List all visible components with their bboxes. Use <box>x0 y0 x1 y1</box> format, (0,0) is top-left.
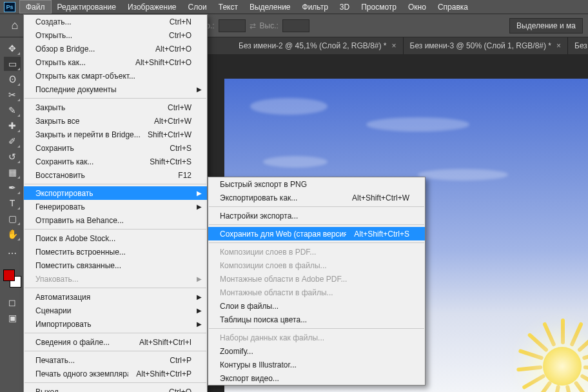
menu-item-label: Экспорт видео... <box>220 374 409 383</box>
menu-item[interactable]: ЗакрытьCtrl+W <box>24 101 207 114</box>
submenu-arrow-icon: ▶ <box>197 307 202 314</box>
crop-tool[interactable]: ✂ <box>4 88 21 102</box>
menubar-item-5[interactable]: Выделение <box>244 0 297 14</box>
menu-item-shortcut: Ctrl+Q <box>161 387 191 393</box>
home-icon[interactable]: ⌂ <box>5 16 24 35</box>
menu-item[interactable]: Поиск в Adobe Stock... <box>24 231 207 245</box>
close-icon[interactable]: × <box>556 41 561 50</box>
menubar-item-6[interactable]: Фильтр <box>297 0 334 14</box>
menubar-item-0[interactable]: Файл <box>19 0 52 14</box>
doc-tab-2[interactable]: Без им× <box>568 37 588 54</box>
menu-item[interactable]: Генерировать▶ <box>24 200 207 213</box>
menu-item[interactable]: Быстрый экспорт в PNG <box>208 177 425 191</box>
menu-item[interactable]: Сценарии▶ <box>24 304 207 317</box>
menubar-item-7[interactable]: 3D <box>334 0 355 14</box>
menu-item-label: Поиск в Adobe Stock... <box>35 234 191 243</box>
height-input[interactable] <box>282 19 309 32</box>
menu-item-label: Открыть... <box>35 31 161 40</box>
separator <box>24 98 206 99</box>
brush-tool[interactable]: ✐ <box>4 134 21 148</box>
menu-item[interactable]: Закрыть всеAlt+Ctrl+W <box>24 114 207 128</box>
separator <box>24 382 206 383</box>
type-tool[interactable]: T <box>4 196 21 210</box>
menu-item-label: Zoomify... <box>220 347 409 356</box>
menu-item[interactable]: Отправить на Behance... <box>24 213 207 227</box>
menu-item[interactable]: Экспортировать как...Alt+Shift+Ctrl+W <box>208 191 425 204</box>
submenu-arrow-icon: ▶ <box>197 203 202 210</box>
menu-item-shortcut: Alt+Shift+Ctrl+P <box>128 369 191 378</box>
history-brush-tool[interactable]: ↺ <box>4 150 21 164</box>
submenu-arrow-icon: ▶ <box>197 86 202 93</box>
menu-item[interactable]: Закрыть и перейти в Bridge...Shift+Ctrl+… <box>24 128 207 141</box>
menu-item[interactable]: Контуры в Illustrator... <box>208 358 425 371</box>
menu-item: Монтажные области в файлы... <box>208 286 425 299</box>
menu-item-label: Отправить на Behance... <box>35 216 191 225</box>
menu-item[interactable]: Экспортировать▶ <box>24 186 207 200</box>
menu-item-label: Печать одного экземпляра <box>35 369 128 378</box>
select-and-mask-button[interactable]: Выделение и ма <box>509 18 583 34</box>
doc-tab-label: Без имени-2 @ 45,1% (Слой 2, RGB/8#) * <box>239 41 387 50</box>
menu-item-label: Контуры в Illustrator... <box>220 360 409 369</box>
screen-mode-toggle[interactable]: ▣ <box>4 311 21 325</box>
more-tools[interactable]: ⋯ <box>4 246 21 260</box>
gradient-tool[interactable]: ▦ <box>4 165 21 179</box>
menu-item[interactable]: Создать...Ctrl+N <box>24 15 207 28</box>
pen-tool[interactable]: ✒ <box>4 181 21 195</box>
menu-item[interactable]: Открыть...Ctrl+O <box>24 28 207 42</box>
menubar-item-8[interactable]: Просмотр <box>355 0 402 14</box>
menu-item[interactable]: Сохранить для Web (старая версия)...Alt+… <box>208 227 425 240</box>
menubar-item-9[interactable]: Окно <box>402 0 432 14</box>
menu-item-shortcut: Alt+Shift+Ctrl+O <box>128 58 191 67</box>
menu-item-label: Выход <box>35 387 161 393</box>
menu-item[interactable]: Последние документы▶ <box>24 83 207 96</box>
menu-item[interactable]: Печать одного экземпляраAlt+Shift+Ctrl+P <box>24 367 207 380</box>
menu-item-label: Автоматизация <box>35 293 191 302</box>
menu-item[interactable]: Поместить встроенные... <box>24 245 207 259</box>
menu-item[interactable]: Печатать...Ctrl+P <box>24 353 207 367</box>
hand-tool[interactable]: ✋ <box>4 227 21 241</box>
menu-item-label: Поместить встроенные... <box>35 248 191 257</box>
quick-mask-toggle[interactable]: ◻ <box>4 295 21 309</box>
doc-tab-1[interactable]: Без имени-3 @ 50% (Слой 1, RGB/8#) *× <box>404 37 569 54</box>
menu-item[interactable]: Открыть как смарт-объект... <box>24 69 207 83</box>
menubar-item-2[interactable]: Изображение <box>122 0 182 14</box>
separator <box>24 351 206 351</box>
menu-item[interactable]: Сохранить как...Shift+Ctrl+S <box>24 155 207 168</box>
menu-item[interactable]: ВыходCtrl+Q <box>24 385 207 392</box>
height-label: Выс.: <box>260 21 279 30</box>
color-swatches[interactable] <box>3 270 21 288</box>
rectangle-tool[interactable]: ▢ <box>4 211 21 226</box>
eyedropper-tool[interactable]: ✎ <box>4 103 21 117</box>
healing-brush-tool[interactable]: ✚ <box>4 119 21 133</box>
close-icon[interactable]: × <box>392 41 397 50</box>
swap-wh-icon[interactable]: ⇄ <box>250 21 256 30</box>
menu-item[interactable]: Импортировать▶ <box>24 317 207 331</box>
menu-item: Композиции слоев в PDF... <box>208 245 425 259</box>
menubar-item-1[interactable]: Редактирование <box>52 0 122 14</box>
menu-item[interactable]: Слои в файлы... <box>208 299 425 313</box>
move-tool[interactable]: ✥ <box>4 41 21 55</box>
menu-item[interactable]: Автоматизация▶ <box>24 290 207 304</box>
menubar-item-10[interactable]: Справка <box>432 0 474 14</box>
menu-item[interactable]: Поместить связанные... <box>24 259 207 272</box>
menu-item[interactable]: Сведения о файле...Alt+Shift+Ctrl+I <box>24 335 207 349</box>
menu-item[interactable]: Zoomify... <box>208 344 425 358</box>
width-input[interactable] <box>219 19 246 32</box>
menu-item[interactable]: Обзор в Bridge...Alt+Ctrl+O <box>24 42 207 55</box>
menu-item-label: Закрыть все <box>35 117 146 126</box>
menubar-item-3[interactable]: Слои <box>182 0 213 14</box>
lasso-tool[interactable]: ʘ <box>4 72 21 86</box>
doc-tab-0[interactable]: Без имени-2 @ 45,1% (Слой 2, RGB/8#) *× <box>232 37 404 54</box>
menubar-item-4[interactable]: Текст <box>213 0 244 14</box>
menubar: Ps ФайлРедактированиеИзображениеСлоиТекс… <box>0 0 588 14</box>
menu-item[interactable]: СохранитьCtrl+S <box>24 141 207 155</box>
menu-item[interactable]: ВосстановитьF12 <box>24 168 207 182</box>
separator <box>209 242 424 243</box>
menu-item-shortcut: Alt+Shift+Ctrl+S <box>346 230 409 239</box>
menu-item[interactable]: Открыть как...Alt+Shift+Ctrl+O <box>24 55 207 69</box>
marquee-tool[interactable]: ▭ <box>4 57 21 71</box>
menu-item[interactable]: Таблицы поиска цвета... <box>208 313 425 326</box>
menu-item-shortcut: Shift+Ctrl+S <box>142 157 191 166</box>
menu-item[interactable]: Экспорт видео... <box>208 371 425 385</box>
menu-item[interactable]: Настройки экспорта... <box>208 209 425 222</box>
